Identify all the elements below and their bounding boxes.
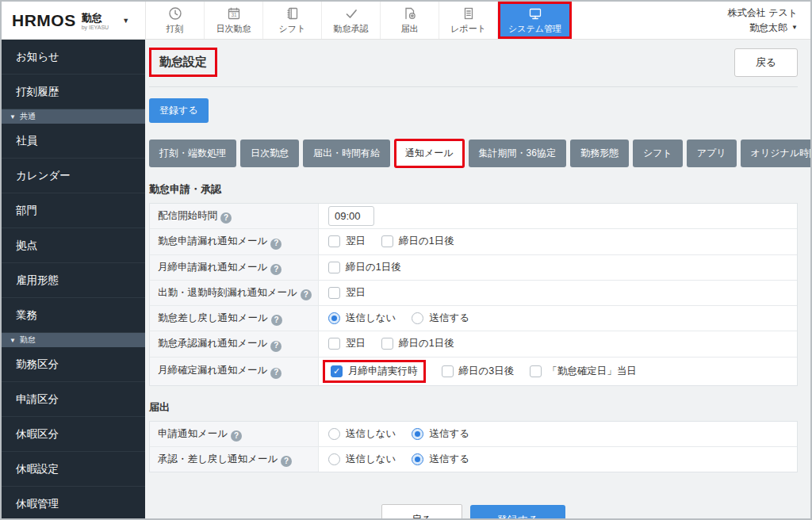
nav-item-label: シフト [279, 23, 306, 35]
settings-tab[interactable]: 届出・時間有給 [303, 140, 390, 167]
sidebar-item[interactable]: 打刻履歴 [2, 75, 145, 109]
settings-tab[interactable]: シフト [633, 140, 683, 167]
radio-checked[interactable] [328, 312, 340, 324]
sidebar-item-label: 共通 [20, 111, 36, 122]
back-button-bottom[interactable]: 戻る [381, 504, 462, 518]
option[interactable]: 締日の1日後 [328, 261, 401, 274]
main-nav: 打刻 31 日次勤怠 シフト 勤怠承認 [146, 2, 572, 39]
checkbox-unchecked[interactable] [328, 235, 340, 247]
help-icon[interactable] [231, 430, 242, 442]
option[interactable]: 翌日 [328, 235, 366, 248]
help-icon[interactable] [270, 264, 282, 275]
setting-label: 月締確定漏れ通知メール [158, 365, 267, 376]
checkbox-checked[interactable] [331, 365, 343, 377]
register-button-top[interactable]: 登録する [149, 98, 209, 123]
nav-item[interactable]: 勤怠承認 [322, 2, 381, 39]
nav-item[interactable]: 31 日次勤怠 [205, 2, 263, 39]
back-button-top[interactable]: 戻る [734, 48, 798, 77]
radio-checked[interactable] [412, 453, 423, 465]
checkbox-unchecked[interactable] [530, 365, 542, 377]
user-menu[interactable]: 株式会社 テスト 勤怠太郎 ▼ [728, 2, 810, 39]
option[interactable]: 「勤怠確定日」当日 [530, 365, 637, 378]
option-label: 締日の1日後 [346, 261, 401, 274]
checkbox-unchecked[interactable] [381, 338, 393, 350]
settings-tab[interactable]: 集計期間・36協定 [469, 140, 566, 167]
sidebar-item[interactable]: 休暇設定 [2, 452, 145, 487]
sidebar-item[interactable]: 部門 [2, 193, 145, 228]
radio-unchecked[interactable] [328, 428, 340, 440]
sidebar-item[interactable]: ▼ 勤怠 [2, 333, 145, 347]
sidebar-item[interactable]: 勤務区分 [2, 347, 145, 382]
setting-label-cell: 承認・差し戻し通知メール [150, 447, 319, 472]
setting-label: 勤怠差し戻し通知メール [158, 312, 268, 323]
setting-value-cell: 締日の1日後 [319, 255, 797, 280]
setting-label-cell: 勤怠差し戻し通知メール [150, 306, 319, 331]
sidebar-item-label: 勤務区分 [16, 358, 59, 372]
sidebar-item[interactable]: 申請区分 [2, 382, 145, 417]
settings-tab[interactable]: 打刻・端数処理 [149, 140, 236, 167]
time-input[interactable] [328, 206, 374, 226]
option[interactable]: 翌日 [328, 337, 366, 350]
help-icon[interactable] [270, 368, 282, 379]
option-label: 締日の1日後 [399, 235, 454, 248]
help-icon[interactable] [270, 239, 282, 250]
checkbox-unchecked[interactable] [328, 338, 340, 350]
checkbox-unchecked[interactable] [442, 365, 454, 377]
option[interactable]: 送信しない [328, 453, 396, 466]
sidebar-item[interactable]: お知らせ [2, 40, 145, 75]
sidebar-item-label: 休暇区分 [16, 427, 59, 442]
nav-item[interactable]: シフト [263, 2, 322, 39]
settings-row: 月締確定漏れ通知メール 月締申請実行時 締日の3日後 「勤怠確定日」当日 [150, 358, 797, 385]
nav-item[interactable]: 打刻 [146, 2, 205, 39]
help-icon[interactable] [220, 212, 232, 224]
option[interactable]: 翌日 [328, 286, 366, 300]
setting-value-cell: 翌日 [319, 281, 797, 305]
sidebar-item-label: 休暇設定 [16, 462, 59, 476]
setting-value-cell [319, 204, 797, 228]
settings-tab[interactable]: オリジナル時間帯集計 [741, 140, 810, 167]
nav-item[interactable]: システム管理 [498, 2, 572, 39]
sidebar-item[interactable]: カレンダー [2, 159, 145, 193]
radio-unchecked[interactable] [328, 453, 340, 465]
settings-tab[interactable]: アプリ [687, 140, 737, 167]
sidebar-item-label: 雇用形態 [16, 273, 59, 288]
checkbox-unchecked[interactable] [328, 262, 340, 273]
help-icon[interactable] [270, 341, 282, 352]
sidebar-item[interactable]: 業務 [2, 298, 145, 333]
option[interactable]: 締日の1日後 [381, 337, 454, 350]
settings-tab[interactable]: 日次勤怠 [240, 140, 299, 167]
settings-tab[interactable]: 通知メール [394, 139, 465, 168]
help-icon[interactable] [301, 289, 312, 300]
radio-checked[interactable] [412, 428, 423, 440]
sidebar-item-label: 申請区分 [16, 392, 59, 407]
option[interactable]: 送信する [412, 453, 469, 466]
logo[interactable]: HRMOS 勤怠 by IEYASU ▼ [2, 2, 146, 39]
option[interactable]: 締日の1日後 [381, 235, 454, 248]
option[interactable]: 締日の3日後 [442, 365, 515, 378]
document-plus-icon [403, 6, 417, 21]
option[interactable]: 送信しない [328, 427, 396, 441]
nav-item[interactable]: 届出 [381, 2, 439, 39]
option[interactable]: 送信しない [328, 312, 396, 325]
sidebar-item[interactable]: 社員 [2, 124, 145, 159]
settings-tab[interactable]: 勤務形態 [570, 140, 629, 167]
sidebar-item[interactable]: 拠点 [2, 228, 145, 263]
option[interactable]: 月締申請実行時 [323, 360, 426, 383]
radio-unchecked[interactable] [412, 312, 423, 324]
help-icon[interactable] [271, 315, 282, 326]
sidebar-item[interactable]: 雇用形態 [2, 263, 145, 298]
option[interactable]: 送信する [412, 312, 469, 325]
checkbox-unchecked[interactable] [328, 287, 340, 299]
nav-item[interactable]: レポート [439, 2, 498, 39]
sidebar-item[interactable]: 休暇区分 [2, 417, 145, 452]
option-label: 翌日 [346, 286, 366, 300]
register-button-bottom[interactable]: 登録する [470, 505, 566, 518]
setting-label: 勤怠申請漏れ通知メール [158, 235, 267, 247]
nav-item-label: 勤怠承認 [334, 23, 369, 35]
checkbox-unchecked[interactable] [381, 235, 393, 247]
sidebar-item[interactable]: 休暇管理 [2, 487, 145, 518]
logo-caret-icon[interactable]: ▼ [122, 17, 129, 25]
help-icon[interactable] [281, 456, 292, 467]
option[interactable]: 送信する [412, 427, 469, 441]
sidebar-item[interactable]: ▼ 共通 [2, 109, 145, 124]
